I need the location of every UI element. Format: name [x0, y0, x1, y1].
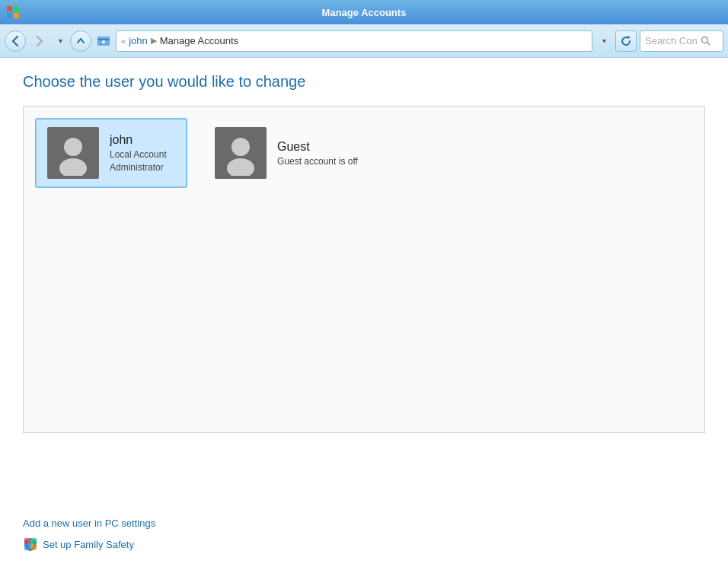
window-title: Manage Accounts — [322, 7, 407, 18]
account-name-guest: Guest — [277, 140, 358, 154]
svg-rect-5 — [97, 39, 110, 40]
avatar-john — [47, 127, 99, 179]
account-card-guest[interactable]: Guest Guest account is off — [203, 118, 370, 188]
main-content: Choose the user you would like to change… — [0, 58, 728, 567]
forward-button[interactable] — [29, 30, 50, 52]
windows-logo — [6, 5, 20, 19]
search-icon — [701, 36, 710, 46]
account-detail-guest-1: Guest account is off — [277, 156, 358, 167]
family-safety-icon — [23, 537, 38, 552]
account-detail-john-1: Local Account — [110, 149, 167, 160]
avatar-guest — [215, 127, 267, 179]
account-info-john: john Local Account Administrator — [110, 133, 167, 173]
svg-point-13 — [231, 138, 250, 156]
svg-rect-16 — [30, 538, 37, 544]
account-detail-john-2: Administrator — [110, 162, 167, 173]
accounts-panel: john Local Account Administrator Guest G… — [23, 106, 705, 433]
add-user-link[interactable]: Add a new user in PC settings — [23, 518, 705, 529]
path-manage-accounts: Manage Accounts — [160, 35, 238, 46]
content-area: Choose the user you would like to change… — [0, 58, 728, 507]
refresh-button[interactable] — [615, 30, 637, 52]
account-card-john[interactable]: john Local Account Administrator — [35, 118, 187, 188]
up-button[interactable] — [70, 30, 91, 52]
address-path-box[interactable]: « john ▶ Manage Accounts — [116, 30, 592, 52]
footer-links: Add a new user in PC settings Set up Fam… — [0, 507, 728, 567]
family-safety-container: Set up Family Safety — [23, 537, 705, 552]
page-heading: Choose the user you would like to change — [23, 73, 705, 91]
svg-rect-2 — [7, 13, 12, 18]
search-placeholder: Search Con — [645, 35, 698, 46]
address-dropdown-button[interactable]: ▾ — [595, 30, 612, 52]
search-box[interactable]: Search Con — [640, 30, 723, 52]
svg-point-10 — [64, 138, 82, 156]
back-button[interactable] — [5, 30, 26, 52]
svg-rect-0 — [7, 6, 12, 11]
account-name-john: john — [110, 133, 167, 147]
svg-rect-15 — [24, 538, 30, 544]
title-bar: Manage Accounts — [0, 0, 728, 24]
svg-rect-3 — [14, 13, 19, 18]
path-user-accounts[interactable]: john — [129, 35, 148, 46]
nav-dropdown-button[interactable]: ▾ — [53, 30, 67, 52]
path-arrow: ▶ — [151, 36, 157, 46]
svg-rect-17 — [24, 544, 30, 550]
svg-rect-18 — [30, 544, 37, 550]
svg-point-6 — [102, 40, 105, 43]
svg-line-8 — [707, 43, 710, 46]
path-double-arrow: « — [121, 37, 126, 46]
account-info-guest: Guest Guest account is off — [277, 140, 358, 167]
svg-rect-1 — [14, 6, 19, 11]
address-icon — [94, 32, 113, 50]
address-bar: ▾ « john ▶ Manage Accounts ▾ Search Con — [0, 24, 728, 58]
family-safety-link[interactable]: Set up Family Safety — [43, 539, 134, 550]
